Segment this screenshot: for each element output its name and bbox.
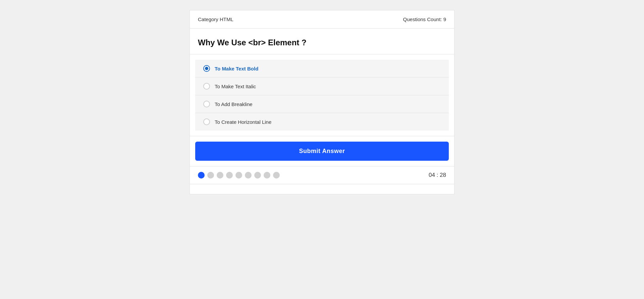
dot-9[interactable] [273,172,280,179]
footer-bar: 04 : 28 [190,166,454,184]
option-radio-1 [203,65,210,72]
bottom-bar [190,184,454,194]
category-bar: Category HTML Questions Count: 9 [190,10,454,29]
dot-3[interactable] [217,172,223,179]
options-card: To Make Text Bold To Make Text Italic To… [190,54,454,136]
option-row-1[interactable]: To Make Text Bold [195,60,449,78]
option-radio-2 [203,83,210,90]
option-row-3[interactable]: To Add Breakline [195,95,449,113]
dot-5[interactable] [235,172,242,179]
submit-button[interactable]: Submit Answer [195,142,449,161]
option-text-1: To Make Text Bold [215,66,258,71]
dots-container [198,172,280,179]
dot-2[interactable] [207,172,214,179]
dot-8[interactable] [264,172,270,179]
dot-4[interactable] [226,172,233,179]
dot-1[interactable] [198,172,205,179]
submit-section: Submit Answer [190,136,454,166]
option-radio-4 [203,118,210,125]
dot-6[interactable] [245,172,252,179]
dot-7[interactable] [254,172,261,179]
timer-display: 04 : 28 [429,172,446,179]
quiz-wrapper: Category HTML Questions Count: 9 Why We … [190,10,454,194]
question-card: Why We Use <br> Element ? [190,29,454,54]
option-text-4: To Create Horizontal Line [215,119,271,125]
option-text-3: To Add Breakline [215,101,253,107]
option-row-2[interactable]: To Make Text Italic [195,78,449,95]
option-text-2: To Make Text Italic [215,84,256,89]
question-title: Why We Use <br> Element ? [198,38,446,47]
category-label: Category HTML [198,16,233,22]
option-row-4[interactable]: To Create Horizontal Line [195,113,449,131]
option-radio-3 [203,101,210,107]
questions-count: Questions Count: 9 [403,16,446,22]
